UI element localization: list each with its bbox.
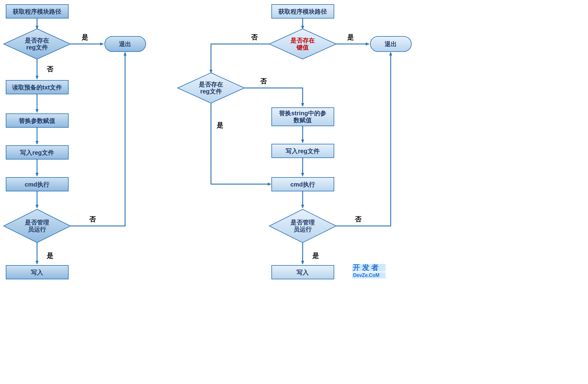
edge-yes: 是 — [347, 33, 354, 41]
d2-label1: 是否管理 — [25, 219, 49, 226]
node-replace-params-label: 替换参数赋值 — [19, 117, 55, 124]
d1-label1: 是否存在 — [25, 37, 49, 44]
edge-no: 否 — [260, 77, 267, 85]
edge-yes: 是 — [46, 252, 53, 259]
arrow — [244, 88, 303, 106]
arrow — [211, 44, 269, 73]
node-cmd-exec-right-label: cmd执行 — [290, 181, 315, 188]
node-write-left-label: 写入 — [31, 269, 43, 276]
dkey-label2: 键值 — [296, 44, 309, 51]
watermark: 开 发 者 DevZe.CoM — [352, 263, 386, 278]
watermark-line1: 开 发 者 — [352, 263, 379, 271]
d2-label2: 员运行 — [28, 226, 46, 233]
dreg-label1: 是否存在 — [199, 81, 223, 88]
node-cmd-exec-left-label: cmd执行 — [25, 181, 49, 188]
dkey-label1: 是否存在 — [290, 37, 315, 44]
node-start-right-label: 获取程序模块路径 — [278, 8, 327, 15]
edge-yes: 是 — [312, 252, 319, 259]
node-exit-left-label: 退出 — [119, 41, 131, 47]
d1-label2: reg文件 — [26, 44, 48, 51]
edge-yes: 是 — [216, 121, 223, 129]
node-exit-right-label: 退出 — [384, 41, 397, 47]
watermark-line2: DevZe.CoM — [353, 273, 379, 278]
edge-no: 否 — [89, 215, 96, 223]
node-start-left-label: 获取程序模块路径 — [12, 8, 61, 15]
arrow — [211, 103, 271, 184]
flowchart-left: 获取程序模块路径 是否存在 reg文件 是 退出 否 读取预备的txt文件 替换… — [4, 5, 146, 279]
flowchart-canvas: 获取程序模块路径 是否存在 reg文件 是 退出 否 读取预备的txt文件 替换… — [0, 0, 588, 384]
edge-no: 否 — [46, 65, 54, 73]
edge-yes: 是 — [81, 33, 88, 41]
arrow — [70, 52, 125, 226]
node-write-right-label: 写入 — [297, 269, 309, 276]
node-write-reg-right-label: 写入reg文件 — [286, 148, 319, 154]
edge-no: 否 — [355, 215, 362, 223]
node-read-txt-label: 读取预备的txt文件 — [12, 84, 62, 91]
arrow — [336, 52, 391, 226]
dreg-label2: reg文件 — [200, 88, 222, 95]
dadmin-label1: 是否管理 — [290, 219, 315, 226]
edge-no: 否 — [251, 33, 258, 41]
flowchart-right: 获取程序模块路径 是否存在 键值 是 退出 否 是否存在 reg文件 否 替换s… — [178, 5, 411, 279]
dadmin-label2: 员运行 — [294, 226, 312, 233]
node-write-reg-left-label: 写入reg文件 — [20, 149, 54, 156]
node-replace-string-l1: 替换string中的参 — [279, 110, 326, 116]
node-replace-string-l2: 数赋值 — [293, 117, 312, 123]
